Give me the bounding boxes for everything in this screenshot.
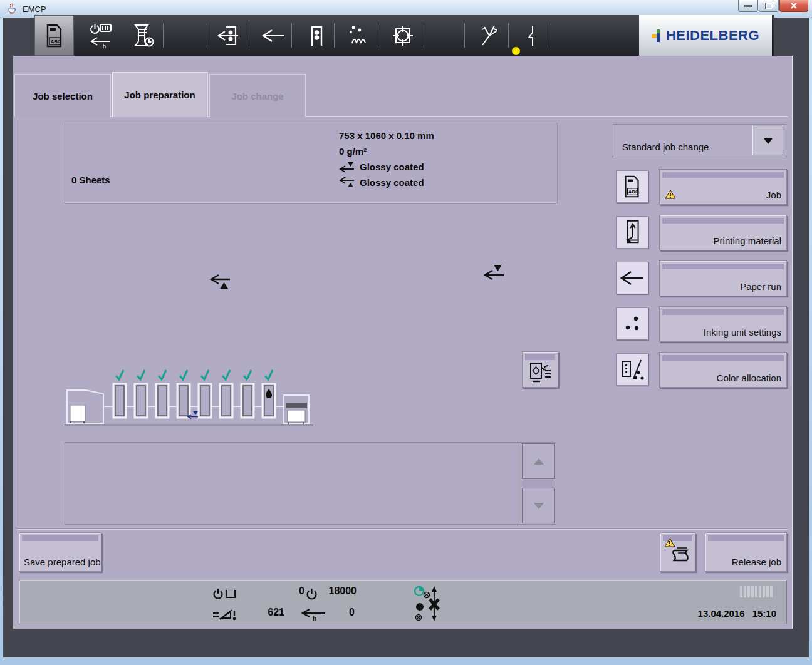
maximize-button[interactable] bbox=[759, 0, 779, 12]
toolbar-dampening-button[interactable] bbox=[343, 15, 375, 56]
close-button[interactable] bbox=[779, 0, 808, 12]
heidelberg-wordmark: HEIDELBERG bbox=[666, 28, 759, 44]
color-allocation-button[interactable]: Color allocation bbox=[659, 352, 787, 388]
job-info-panel: 0 Sheets 753 x 1060 x 0.10 mm 0 g/m² Glo… bbox=[65, 123, 558, 204]
svg-text:ABC: ABC bbox=[50, 39, 61, 44]
press-state-cluster-icon bbox=[412, 584, 444, 622]
printing-unit bbox=[199, 384, 211, 418]
toolbar-printing-unit-button[interactable] bbox=[300, 15, 333, 56]
tab-job-preparation[interactable]: Job preparation bbox=[112, 72, 208, 117]
paper-top-side-mark-icon bbox=[482, 264, 506, 282]
paper-run-icon bbox=[619, 265, 645, 291]
dampening-icon bbox=[346, 23, 372, 48]
button-accent-strip bbox=[662, 264, 784, 269]
paper-run-button[interactable]: Paper run bbox=[659, 260, 787, 296]
warning-icon bbox=[665, 190, 676, 199]
job-steps-list bbox=[65, 442, 556, 525]
paper-run-button-label: Paper run bbox=[740, 281, 781, 292]
printing-unit bbox=[241, 384, 254, 418]
toolbar-separator bbox=[464, 23, 465, 48]
button-accent-strip bbox=[708, 535, 784, 541]
paper-bottom-side-mark-icon bbox=[209, 272, 232, 289]
caret-down-icon bbox=[764, 138, 773, 148]
color-allocation-shortcut-button[interactable] bbox=[616, 353, 648, 386]
status-time: 15:10 bbox=[752, 608, 776, 619]
printing-material-button-label: Printing material bbox=[714, 235, 781, 246]
inking-unit-settings-button[interactable]: Inking unit settings bbox=[659, 306, 787, 342]
printing-material-button[interactable]: Printing material bbox=[659, 215, 787, 250]
inking-unit-shortcut-button[interactable] bbox=[616, 307, 648, 340]
panel-divider bbox=[17, 528, 788, 529]
unit-ok-icon bbox=[159, 370, 166, 379]
status-bar: 0 18000 621 h 0 bbox=[19, 580, 787, 624]
feeder-unit bbox=[284, 395, 309, 424]
job-change-type-select[interactable]: Standard job change bbox=[613, 124, 786, 157]
button-accent-strip bbox=[662, 172, 784, 178]
unit-ok-icon bbox=[265, 370, 273, 379]
tab-label: Job selection bbox=[33, 91, 93, 101]
save-prepared-job-button[interactable]: Save prepared job bbox=[19, 532, 102, 572]
printing-material-shortcut-button[interactable] bbox=[616, 216, 648, 249]
job-button[interactable]: Job bbox=[659, 169, 787, 205]
minimize-button[interactable] bbox=[738, 0, 758, 12]
status-date: 13.04.2016 bbox=[698, 608, 745, 619]
printing-unit bbox=[156, 384, 169, 418]
current-value: 621 bbox=[234, 607, 284, 618]
button-accent-strip bbox=[662, 218, 784, 224]
toolbar-powder-button[interactable] bbox=[474, 15, 506, 56]
release-job-label: Release job bbox=[732, 557, 781, 567]
toolbar-separator bbox=[206, 23, 206, 48]
list-scrollbar bbox=[521, 443, 556, 524]
scroll-track[interactable] bbox=[522, 480, 555, 488]
toolbar-electrics-button[interactable] bbox=[516, 15, 548, 56]
paper-run-shortcut-button[interactable] bbox=[616, 262, 648, 294]
inking-unit-settings-button-label: Inking unit settings bbox=[704, 327, 781, 338]
sheet-counter-icon bbox=[212, 587, 237, 600]
save-prepared-job-label: Save prepared job bbox=[24, 557, 101, 567]
scroll-down-button[interactable] bbox=[522, 488, 555, 523]
tab-job-selection[interactable]: Job selection bbox=[14, 74, 111, 117]
svg-text:h: h bbox=[103, 43, 106, 49]
coating-bottom-row: Glossy coated bbox=[339, 177, 434, 188]
sheets-remaining-value: 0 bbox=[304, 607, 355, 618]
printing-unit bbox=[220, 384, 232, 418]
button-accent-strip bbox=[662, 309, 784, 315]
toolbar-register-button[interactable] bbox=[387, 15, 419, 56]
sheet-infeed-icon bbox=[217, 23, 242, 48]
load-indicator bbox=[740, 586, 773, 597]
job-change-type-value: Standard job change bbox=[622, 142, 709, 152]
toolbar-paper-run-button[interactable] bbox=[258, 15, 290, 56]
toolbar-separator bbox=[249, 23, 249, 48]
release-job-button[interactable]: Release job bbox=[705, 532, 787, 572]
data-transfer-icon bbox=[529, 362, 553, 384]
dropdown-arrow-button[interactable] bbox=[752, 126, 783, 155]
job-shortcut-button[interactable]: ABC bbox=[616, 170, 648, 203]
max-speed-value: 18000 bbox=[306, 585, 357, 597]
press-diagram bbox=[65, 366, 313, 426]
toolbar-separator bbox=[378, 23, 378, 48]
toolbar-sheet-infeed-button[interactable] bbox=[214, 15, 246, 56]
job-data-transfer-button[interactable] bbox=[522, 351, 558, 388]
toolbar-joblist-button[interactable] bbox=[127, 15, 160, 56]
java-icon bbox=[6, 3, 18, 14]
button-accent-strip bbox=[525, 354, 555, 360]
toolbar-separator bbox=[163, 23, 164, 48]
paper-format: 753 x 1060 x 0.10 mm bbox=[339, 130, 434, 142]
window-title: EMCP bbox=[23, 4, 46, 14]
button-accent-strip bbox=[662, 355, 784, 361]
unit-ok-icon bbox=[180, 370, 187, 379]
delivery-unit bbox=[67, 390, 103, 423]
color-allocation-button-label: Color allocation bbox=[717, 373, 781, 383]
toolbar-separator bbox=[508, 23, 509, 48]
svg-text:ABC: ABC bbox=[628, 189, 639, 195]
printing-unit bbox=[113, 384, 126, 418]
coating-unit bbox=[263, 384, 275, 418]
release-note-button[interactable] bbox=[660, 532, 695, 572]
panel-border bbox=[18, 117, 18, 527]
toolbar-job-button[interactable]: ABC bbox=[34, 15, 74, 56]
paper-grammage: 0 g/m² bbox=[339, 145, 434, 157]
paper-run-icon bbox=[261, 23, 286, 48]
tab-label: Job preparation bbox=[124, 90, 195, 100]
scroll-up-button[interactable] bbox=[522, 443, 555, 479]
toolbar-counter-button[interactable]: h bbox=[85, 15, 117, 56]
